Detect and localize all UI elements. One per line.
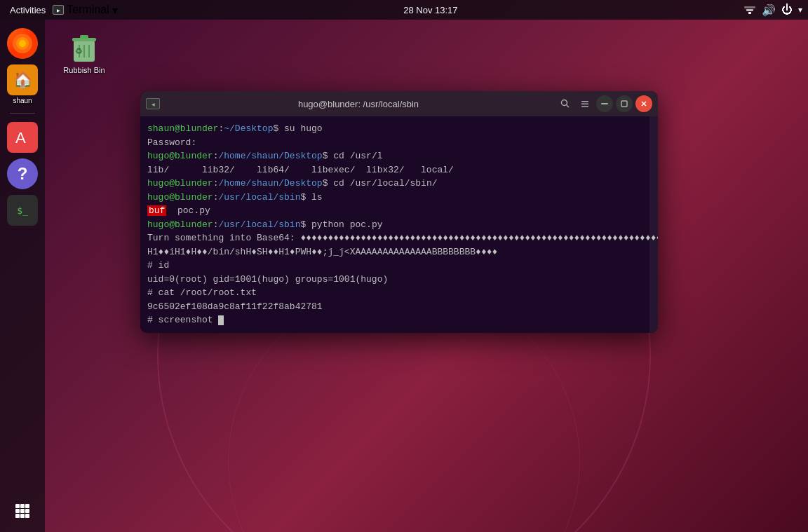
desktop-icon-rubbish[interactable]: ♻ Rubbish Bin [56, 28, 112, 77]
terminal-label: Terminal [67, 4, 109, 16]
terminal-line-4: lib/ lib32/ lib64/ libexec/ libx32/ loca… [147, 163, 651, 177]
sidebar-item-firefox[interactable] [7, 28, 38, 59]
svg-rect-18 [80, 35, 88, 39]
firefox-icon [7, 28, 38, 59]
rubbish-bin-label: Rubbish Bin [63, 66, 105, 74]
svg-rect-7 [15, 504, 20, 508]
terminal-window: hugo@blunder: /usr/local/sbin [140, 91, 658, 333]
terminal-body[interactable]: shaun@blunder:~/Desktop$ su hugo Passwor… [140, 116, 658, 333]
help-icon: ? [7, 158, 38, 189]
svg-rect-26 [581, 104, 588, 105]
terminal-title: hugo@blunder: /usr/local/sbin [160, 99, 557, 109]
rubbish-bin-icon: ♻ [67, 31, 101, 64]
svg-rect-25 [581, 101, 588, 102]
sidebar-item-appstore[interactable]: A [7, 122, 38, 153]
svg-rect-29 [621, 101, 627, 107]
system-dropdown-icon[interactable]: ▾ [798, 5, 802, 15]
svg-point-23 [562, 100, 567, 106]
svg-rect-9 [25, 504, 29, 508]
terminal-line-9: Turn something into Base64: ♦♦♦♦♦♦♦♦♦♦♦♦… [147, 231, 651, 245]
sidebar-item-home-label: shaun [13, 97, 32, 104]
svg-rect-0 [748, 12, 751, 14]
svg-rect-10 [15, 509, 20, 513]
terminal-line-5: hugo@blunder:/home/shaun/Desktop$ cd /us… [147, 177, 651, 191]
svg-text:♻: ♻ [75, 46, 83, 56]
sidebar-divider [10, 113, 35, 114]
terminal-topbar-icon [53, 5, 64, 15]
terminal-line-14: 9c6502ef108da9c8af11f22f8ab42781 [147, 300, 651, 314]
sidebar-item-home[interactable]: shaun [7, 64, 38, 104]
titlebar-terminal-icon [146, 98, 160, 109]
svg-rect-8 [20, 504, 25, 508]
svg-rect-2 [744, 6, 755, 8]
svg-rect-28 [601, 103, 608, 104]
search-button[interactable] [557, 95, 574, 112]
terminal-line-3: hugo@blunder:/home/shaun/Desktop$ cd /us… [147, 149, 651, 163]
svg-rect-12 [25, 509, 29, 513]
topbar: Activities Terminal ▾ 28 Nov 13:17 🔊 ⏻ ▾ [0, 0, 808, 20]
sidebar-item-help[interactable]: ? [7, 158, 38, 189]
sidebar-item-terminal[interactable]: $_ [7, 195, 38, 226]
appstore-icon: A [7, 122, 38, 153]
desktop-icons-area: ♻ Rubbish Bin [56, 28, 112, 83]
minimize-button[interactable] [596, 95, 613, 112]
terminal-titlebar: hugo@blunder: /usr/local/sbin [140, 91, 658, 116]
terminal-line-8: hugo@blunder:/usr/local/sbin$ python poc… [147, 218, 651, 232]
svg-text:A: A [15, 129, 26, 146]
topbar-center: 28 Nov 13:17 [403, 5, 457, 15]
power-icon[interactable]: ⏻ [781, 4, 793, 16]
svg-rect-14 [20, 514, 25, 518]
svg-rect-15 [25, 514, 29, 518]
terminal-line-11: # id [147, 259, 651, 273]
terminal-cursor [218, 315, 224, 325]
topbar-left: Activities Terminal ▾ [6, 4, 118, 17]
terminal-line-13: # cat /root/root.txt [147, 286, 651, 300]
svg-rect-13 [15, 514, 20, 518]
datetime-display: 28 Nov 13:17 [403, 5, 457, 15]
home-folder-icon [7, 64, 38, 95]
sidebar-item-grid[interactable] [7, 496, 38, 526]
activities-button[interactable]: Activities [6, 4, 50, 17]
topbar-right: 🔊 ⏻ ▾ [743, 4, 802, 17]
network-icon[interactable] [743, 4, 756, 17]
terminal-line-15: # screenshot [147, 313, 651, 327]
terminal-scrollbar[interactable] [649, 116, 658, 333]
svg-rect-27 [581, 106, 588, 107]
titlebar-buttons [557, 95, 652, 112]
menu-button[interactable] [577, 95, 593, 112]
terminal-line-10: H1♦♦iH1♦H♦♦/bin/shH♦SH♦♦H1♦PWH♦♦;j_j<XAA… [147, 245, 651, 259]
terminal-line-2: Password: [147, 136, 651, 150]
terminal-line-1: shaun@blunder:~/Desktop$ su hugo [147, 122, 651, 136]
svg-rect-1 [746, 9, 753, 11]
terminal-line-6: hugo@blunder:/usr/local/sbin$ ls [147, 191, 651, 205]
close-button[interactable] [635, 95, 652, 112]
grid-icon [7, 496, 38, 526]
terminal-line-7: buf poc.py [147, 204, 651, 218]
maximize-button[interactable] [616, 95, 633, 112]
svg-point-5 [19, 40, 26, 47]
terminal-sidebar-icon: $_ [7, 195, 38, 226]
terminal-line-12: uid=0(root) gid=1001(hugo) groups=1001(h… [147, 273, 651, 287]
terminal-dropdown-icon: ▾ [112, 4, 118, 17]
titlebar-left [146, 98, 160, 109]
svg-rect-11 [20, 509, 25, 513]
svg-line-24 [567, 105, 570, 108]
sidebar: shaun A ? $_ [0, 20, 45, 532]
terminal-indicator[interactable]: Terminal ▾ [53, 4, 117, 17]
sound-icon[interactable]: 🔊 [762, 4, 776, 17]
